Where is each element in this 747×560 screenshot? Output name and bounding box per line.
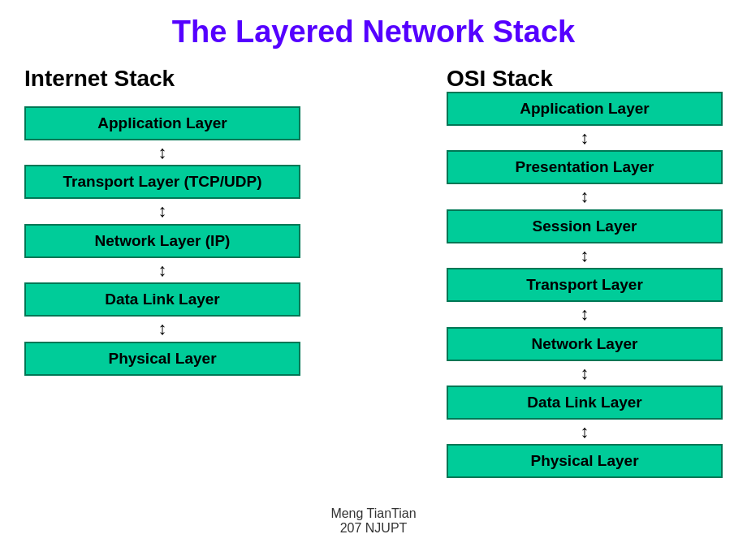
internet-stack-label: Internet Stack [24, 66, 175, 92]
internet-layer-2: Network Layer (IP) [24, 224, 300, 258]
arrow-o-4: ↕ [447, 363, 723, 384]
osi-layer-5: Data Link Layer [447, 386, 723, 420]
osi-layer-3: Transport Layer [447, 268, 723, 302]
main-content: Internet Stack Application Layer ↕ Trans… [0, 50, 747, 478]
osi-layer-2: Session Layer [447, 209, 723, 243]
internet-layer-3: Data Link Layer [24, 282, 300, 317]
internet-layer-4: Physical Layer [24, 342, 300, 376]
arrow-o-0: ↕ [447, 127, 723, 149]
osi-stack: Application Layer ↕ Presentation Layer ↕… [447, 92, 723, 478]
watermark-line1: Meng TianTian [330, 506, 416, 521]
arrow-i-3: ↕ [24, 318, 300, 339]
arrow-o-2: ↕ [447, 245, 723, 266]
osi-layer-6: Physical Layer [447, 444, 723, 478]
internet-layer-1: Transport Layer (TCP/UDP) [24, 165, 300, 199]
internet-stack: Internet Stack Application Layer ↕ Trans… [24, 58, 300, 478]
watermark-line2: 207 NJUPT [330, 521, 416, 536]
arrow-i-1: ↕ [24, 200, 300, 222]
osi-layer-1: Presentation Layer [447, 150, 723, 184]
osi-layer-4: Network Layer [447, 327, 723, 361]
page-title: The Layered Network Stack [0, 0, 747, 50]
arrow-i-0: ↕ [24, 142, 300, 163]
osi-stack-wrapper: OSI Stack Application Layer ↕ Presentati… [447, 58, 723, 478]
arrow-o-3: ↕ [447, 304, 723, 325]
arrow-o-5: ↕ [447, 421, 723, 442]
arrow-o-1: ↕ [447, 186, 723, 207]
osi-layer-0: Application Layer [447, 92, 723, 126]
internet-layer-0: Application Layer [24, 106, 300, 140]
osi-stack-label: OSI Stack [447, 66, 553, 92]
arrow-i-2: ↕ [24, 260, 300, 281]
watermark: Meng TianTian 207 NJUPT [330, 506, 416, 536]
